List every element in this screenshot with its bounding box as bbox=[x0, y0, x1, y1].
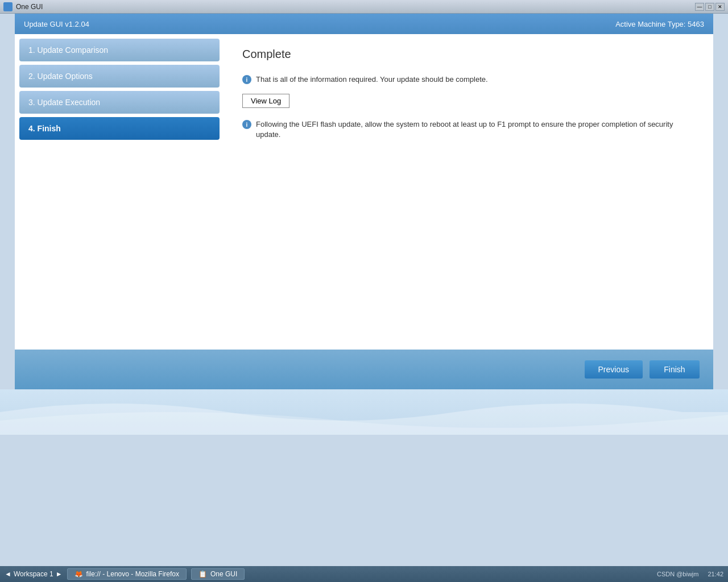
app-icon bbox=[3, 2, 13, 11]
app-window: Update GUI v1.2.04 Active Machine Type: … bbox=[15, 14, 713, 389]
wave-svg bbox=[0, 389, 728, 435]
maximize-button[interactable]: □ bbox=[705, 3, 714, 11]
header-machine-type: Active Machine Type: 5463 bbox=[615, 20, 704, 28]
view-log-button[interactable]: View Log bbox=[242, 94, 289, 108]
sidebar-item-label: 2. Update Options bbox=[28, 72, 93, 81]
title-bar-text: One GUI bbox=[16, 3, 695, 11]
taskbar: ◄ Workspace 1 ► 🦊 file:// - Lenovo - Moz… bbox=[0, 566, 728, 582]
content-area: Complete i That is all of the informatio… bbox=[224, 34, 713, 350]
sidebar-item-update-execution[interactable]: 3. Update Execution bbox=[19, 91, 220, 114]
previous-button[interactable]: Previous bbox=[585, 360, 643, 379]
taskbar-left: ◄ Workspace 1 ► 🦊 file:// - Lenovo - Moz… bbox=[5, 568, 245, 580]
taskbar-right: CSDN @biwjm 21:42 bbox=[657, 571, 723, 577]
info-message: That is all of the information required.… bbox=[256, 74, 488, 85]
onegui-label: One GUI bbox=[210, 570, 237, 578]
sidebar: 1. Update Comparison 2. Update Options 3… bbox=[15, 34, 224, 350]
bottom-navigation-bar: Previous Finish bbox=[15, 350, 713, 389]
lower-area bbox=[0, 435, 728, 582]
warning-message-row: i Following the UEFI flash update, allow… bbox=[242, 119, 695, 140]
minimize-button[interactable]: — bbox=[695, 3, 704, 11]
browser-icon: 🦊 bbox=[75, 570, 83, 578]
workspace-label: Workspace 1 bbox=[14, 570, 53, 578]
finish-button[interactable]: Finish bbox=[650, 360, 700, 379]
info-message-row: i That is all of the information require… bbox=[242, 74, 695, 85]
info-icon-1: i bbox=[242, 75, 251, 84]
page-title: Complete bbox=[242, 48, 695, 61]
wave-area bbox=[0, 389, 728, 435]
clock: 21:42 bbox=[708, 571, 723, 577]
title-bar: One GUI — □ ✕ bbox=[0, 0, 728, 14]
workspace-arrow-right[interactable]: ► bbox=[56, 570, 63, 578]
info-icon-2: i bbox=[242, 120, 251, 129]
warning-message: Following the UEFI flash update, allow t… bbox=[256, 119, 695, 140]
header-bar: Update GUI v1.2.04 Active Machine Type: … bbox=[15, 14, 713, 34]
sidebar-item-label: 4. Finish bbox=[28, 124, 61, 133]
header-version: Update GUI v1.2.04 bbox=[24, 20, 89, 28]
sidebar-item-label: 1. Update Comparison bbox=[28, 45, 108, 55]
watermark-text: CSDN @biwjm bbox=[657, 571, 699, 577]
sidebar-item-finish[interactable]: 4. Finish bbox=[19, 117, 220, 140]
taskbar-workspace: ◄ Workspace 1 ► bbox=[5, 570, 63, 578]
title-bar-controls: — □ ✕ bbox=[695, 3, 725, 11]
taskbar-browser-app[interactable]: 🦊 file:// - Lenovo - Mozilla Firefox bbox=[67, 568, 187, 580]
sidebar-item-update-comparison[interactable]: 1. Update Comparison bbox=[19, 39, 220, 61]
main-layout: 1. Update Comparison 2. Update Options 3… bbox=[15, 34, 713, 350]
sidebar-item-update-options[interactable]: 2. Update Options bbox=[19, 65, 220, 88]
sidebar-item-label: 3. Update Execution bbox=[28, 98, 100, 107]
browser-label: file:// - Lenovo - Mozilla Firefox bbox=[86, 570, 179, 578]
taskbar-onegui-app[interactable]: 📋 One GUI bbox=[191, 568, 245, 580]
onegui-icon: 📋 bbox=[198, 570, 207, 578]
close-button[interactable]: ✕ bbox=[715, 3, 725, 11]
workspace-arrow-left[interactable]: ◄ bbox=[5, 570, 11, 578]
